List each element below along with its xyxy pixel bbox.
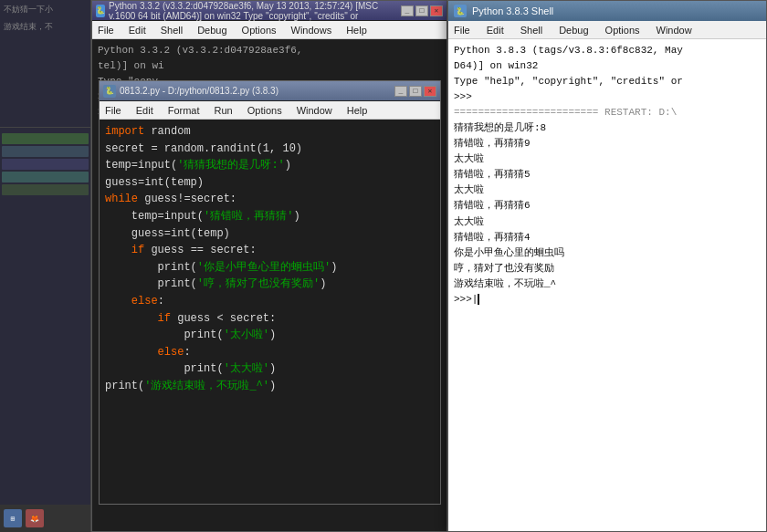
editor-titlebar: 🐍 0813.2.py - D:/python/0813.2.py (3.8.3…: [100, 81, 440, 101]
taskbar-icon-1[interactable]: ⊞: [4, 509, 22, 527]
code-editor[interactable]: import random secret = random.randint(1,…: [100, 120, 440, 504]
output-line-8: 太大啦: [454, 151, 761, 167]
output-line-3: Type "help", "copyright", "credits" or: [454, 74, 761, 89]
output-line-2: D64)] on win32: [454, 58, 761, 74]
editor-menu-window[interactable]: Window: [295, 105, 334, 116]
menu-edit[interactable]: Edit: [127, 25, 148, 36]
code-line-1: import random: [105, 123, 435, 141]
editor-menu-file[interactable]: File: [103, 105, 123, 116]
python-383-menubar: File Edit Shell Debug Options Window: [448, 21, 766, 39]
menu-debug[interactable]: Debug: [195, 25, 228, 36]
python-383-title: Python 3.8.3 Shell: [472, 5, 553, 16]
editor-menu-options[interactable]: Options: [246, 105, 284, 116]
python-383-shell: 🐍 Python 3.8.3 Shell File Edit Shell Deb…: [447, 0, 767, 532]
output-line-6: 猜猜我想的是几呀:8: [454, 120, 761, 136]
output-line-12: 太大啦: [454, 214, 761, 230]
python-383-icon: 🐍: [454, 5, 467, 17]
output-line-15: 哼，猜对了也没有奖励: [454, 261, 761, 276]
editor-menubar: File Edit Format Run Options Window Help: [100, 101, 440, 120]
output-line-5: ======================== RESTART: D:\: [454, 105, 761, 120]
close-button[interactable]: ✕: [430, 5, 443, 16]
python-332-title: Python 3.3.2 (v3.3.2:d047928ae3f6, May 1…: [109, 1, 401, 21]
code-line-14: else:: [105, 344, 435, 361]
output-line-11: 猜错啦，再猜猜6: [454, 198, 761, 214]
code-line-6: temp=input('猜错啦，再猜猜'): [105, 208, 435, 225]
output-line-4: >>>: [454, 89, 761, 105]
code-line-2: secret = random.randint(1, 10): [105, 141, 435, 158]
code-line-9: print('你是小甲鱼心里的蛔虫吗'): [105, 259, 435, 276]
menu-options[interactable]: Options: [240, 25, 278, 36]
right-menu-window[interactable]: Window: [655, 25, 694, 36]
editor-menu-format[interactable]: Format: [166, 105, 202, 116]
code-line-11: else:: [105, 293, 435, 310]
python-332-menubar: File Edit Shell Debug Options Windows He…: [92, 21, 447, 39]
output-line-10: 太大啦: [454, 183, 761, 198]
code-line-5: while guess!=secret:: [105, 191, 435, 208]
editor-maximize[interactable]: □: [409, 86, 422, 97]
code-line-7: guess=int(temp): [105, 225, 435, 243]
right-menu-file[interactable]: File: [452, 25, 472, 36]
menu-file[interactable]: File: [96, 25, 116, 36]
code-line-8: if guess == secret:: [105, 242, 435, 259]
maximize-button[interactable]: □: [415, 5, 428, 16]
output-line-16: 游戏结束啦，不玩啦_^: [454, 276, 761, 292]
editor-menu-run[interactable]: Run: [213, 105, 235, 116]
python-332-titlebar: 🐍 Python 3.3.2 (v3.3.2:d047928ae3f6, May…: [92, 1, 447, 21]
menu-help[interactable]: Help: [344, 25, 369, 36]
code-line-15: print('太大啦'): [105, 360, 435, 378]
code-line-16: print('游戏结束啦，不玩啦_^'): [105, 378, 435, 395]
python-383-titlebar: 🐍 Python 3.8.3 Shell: [448, 1, 766, 21]
left-sidebar: 不妨猜一下小 游戏结束，不 ⊞ 🦊: [0, 0, 91, 532]
code-line-10: print('哼，猜对了也没有奖励'): [105, 276, 435, 293]
right-menu-edit[interactable]: Edit: [485, 25, 506, 36]
python-383-output[interactable]: Python 3.8.3 (tags/v3.8.3:6f8c832, May D…: [448, 39, 766, 531]
output-line-1: Python 3.8.3 (tags/v3.8.3:6f8c832, May: [454, 43, 761, 58]
right-menu-options[interactable]: Options: [604, 25, 642, 36]
right-menu-shell[interactable]: Shell: [519, 25, 544, 36]
output-line-17: >>>|: [454, 292, 761, 308]
code-line-3: temp=input('猜猜我想的是几呀:'): [105, 157, 435, 174]
output-line-7: 猜错啦，再猜猜9: [454, 136, 761, 151]
output-line-14: 你是小甲鱼心里的蛔虫吗: [454, 245, 761, 261]
editor-icon: 🐍: [103, 85, 116, 98]
python-332-icon: 🐍: [96, 5, 105, 17]
right-menu-debug[interactable]: Debug: [557, 25, 590, 36]
minimize-button[interactable]: _: [401, 5, 414, 16]
output-line-9: 猜错啦，再猜猜5: [454, 167, 761, 183]
editor-minimize[interactable]: _: [394, 86, 407, 97]
editor-window: 🐍 0813.2.py - D:/python/0813.2.py (3.8.3…: [99, 80, 441, 505]
output-line-13: 猜错啦，再猜猜4: [454, 230, 761, 245]
editor-menu-edit[interactable]: Edit: [134, 105, 155, 116]
code-line-4: guess=int(temp): [105, 174, 435, 192]
taskbar[interactable]: ⊞ 🦊: [0, 505, 91, 532]
code-line-13: print('太小啦'): [105, 327, 435, 344]
code-line-12: if guess < secret:: [105, 310, 435, 328]
editor-title: 0813.2.py - D:/python/0813.2.py (3.8.3): [120, 86, 278, 96]
editor-menu-help[interactable]: Help: [345, 105, 370, 116]
menu-windows[interactable]: Windows: [289, 25, 334, 36]
taskbar-icon-2[interactable]: 🦊: [26, 509, 44, 527]
editor-close[interactable]: ✕: [424, 86, 436, 97]
menu-shell[interactable]: Shell: [159, 25, 184, 36]
